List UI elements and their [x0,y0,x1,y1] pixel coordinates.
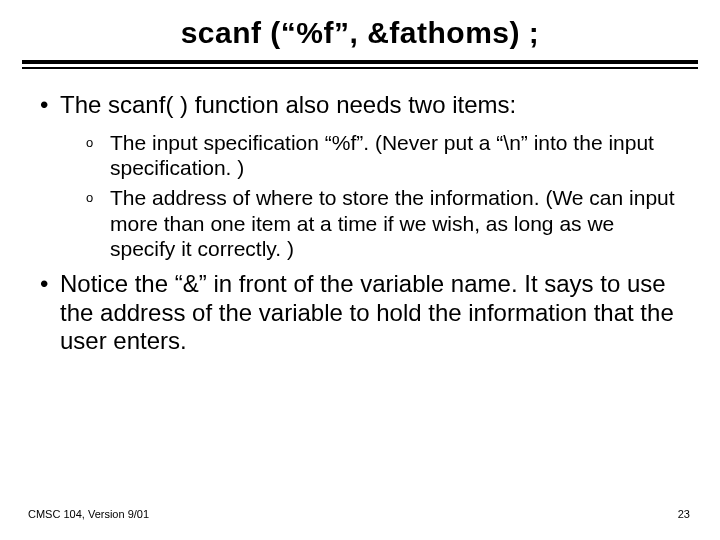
bullet-text: The input specification “%f”. (Never put… [110,130,680,181]
slide-title: scanf (“%f”, &fathoms) ; [0,16,720,50]
rule-thick [22,60,698,64]
slide: scanf (“%f”, &fathoms) ; • The scanf( ) … [0,0,720,540]
footer-course: CMSC 104, Version 9/01 [28,508,149,520]
slide-body: • The scanf( ) function also needs two i… [0,69,720,356]
footer-page-number: 23 [678,508,690,520]
bullet-text: Notice the “&” in front of the variable … [60,270,680,356]
bullet-level2: o The address of where to store the info… [86,185,680,262]
bullet-text: The address of where to store the inform… [110,185,680,262]
bullet-circle-icon: o [86,130,110,181]
bullet-level2: o The input specification “%f”. (Never p… [86,130,680,181]
sub-bullet-group: o The input specification “%f”. (Never p… [86,130,680,262]
bullet-circle-icon: o [86,185,110,262]
bullet-level1: • The scanf( ) function also needs two i… [40,91,680,120]
bullet-dot-icon: • [40,270,60,356]
title-rule [0,60,720,69]
bullet-text: The scanf( ) function also needs two ite… [60,91,680,120]
bullet-level1: • Notice the “&” in front of the variabl… [40,270,680,356]
bullet-dot-icon: • [40,91,60,120]
